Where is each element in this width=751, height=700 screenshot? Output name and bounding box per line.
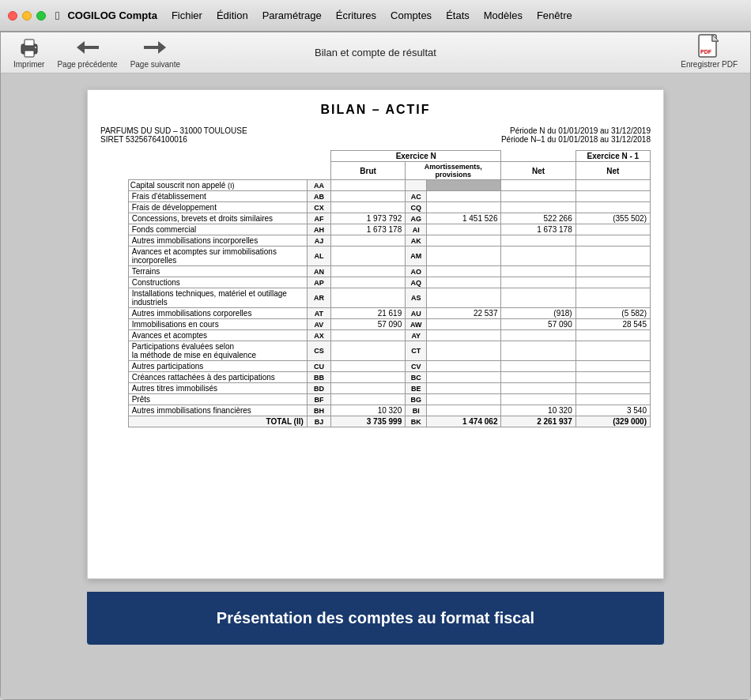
- svg-marker-4: [77, 41, 85, 54]
- row-code2-7: AO: [406, 266, 427, 277]
- row-net-4: 1 673 178: [501, 224, 576, 235]
- svg-rect-1: [25, 40, 34, 46]
- row-amort-2: [427, 202, 501, 213]
- row-net-1: [501, 191, 576, 202]
- toolbar-title: Bilan et compte de résultat: [315, 47, 436, 58]
- row-label-10: Autres immobilisations corporelles: [128, 308, 307, 319]
- total-row: TOTAL (II) BJ 3 735 999 BK 1 474 062 2 2…: [100, 416, 651, 427]
- row-net1-4: [576, 224, 650, 235]
- row-code2-2: CQ: [406, 202, 427, 213]
- print-button[interactable]: Imprimer: [13, 36, 44, 69]
- menu-edition[interactable]: Édition: [210, 8, 255, 23]
- row-code1-0: AA: [307, 180, 330, 191]
- menu-modeles[interactable]: Modèles: [477, 8, 529, 23]
- row-amort-16: [427, 383, 501, 394]
- row-net-3: 522 266: [501, 213, 576, 224]
- maximize-button[interactable]: [36, 11, 46, 21]
- row-code2-5: AK: [406, 235, 427, 247]
- row-label-17: Prêts: [128, 394, 307, 405]
- row-code1-2: CX: [307, 202, 330, 213]
- row-label-1: Frais d'établissement: [128, 191, 307, 202]
- prev-page-label: Page précédente: [57, 60, 117, 69]
- row-label-16: Autres titres immobilisés: [128, 383, 307, 394]
- row-amort-4: [427, 224, 501, 235]
- net1-header: Net: [576, 162, 650, 180]
- menu-fichier[interactable]: Fichier: [165, 8, 209, 23]
- main-window: Bilan et compte de résultat Imprimer: [0, 32, 751, 700]
- row-label-13: Participations évaluées selonla méthode …: [128, 341, 307, 361]
- row-label-12: Avances et acomptes: [128, 330, 307, 341]
- row-code2-3: AG: [406, 213, 427, 224]
- total-code1: BJ: [307, 416, 330, 427]
- menu-parametrage[interactable]: Paramétrage: [256, 8, 328, 23]
- menu-comptes[interactable]: Comptes: [384, 8, 438, 23]
- save-pdf-label: Enregistrer PDF: [681, 60, 738, 69]
- table-row: Terrains AN AO: [100, 266, 651, 277]
- prev-page-button[interactable]: Page précédente: [57, 36, 117, 69]
- table-row: Prêts BF BG: [100, 394, 651, 405]
- svg-marker-6: [158, 41, 166, 54]
- row-net-18: 10 320: [501, 405, 576, 416]
- row-brut-8: [330, 277, 405, 288]
- row-net1-5: [576, 235, 650, 247]
- row-amort-8: [427, 277, 501, 288]
- minimize-button[interactable]: [22, 11, 32, 21]
- row-amort-14: [427, 361, 501, 372]
- table-header-row: Exercice N Exercice N - 1: [100, 151, 651, 162]
- pdf-icon: PDF: [696, 36, 722, 58]
- row-amort-9: [427, 288, 501, 308]
- row-code2-0: [406, 180, 427, 191]
- row-net1-3: (355 502): [576, 213, 650, 224]
- row-label-4: Fonds commercial: [128, 224, 307, 235]
- save-pdf-button[interactable]: PDF Enregistrer PDF: [681, 36, 738, 69]
- row-net-17: [501, 394, 576, 405]
- row-label-8: Constructions: [128, 277, 307, 288]
- period-n: Période N du 01/01/2019 au 31/12/2019: [501, 126, 651, 135]
- close-button[interactable]: [8, 11, 17, 21]
- row-amort-1: [427, 191, 501, 202]
- row-code2-10: AU: [406, 308, 427, 319]
- row-net1-2: [576, 202, 650, 213]
- row-label-5: Autres immobilisations incorporelles: [128, 235, 307, 247]
- row-code2-13: CT: [406, 341, 427, 361]
- row-code2-8: AQ: [406, 277, 427, 288]
- row-code2-12: AY: [406, 330, 427, 341]
- row-brut-18: 10 320: [330, 405, 405, 416]
- row-code2-18: BI: [406, 405, 427, 416]
- row-brut-7: [330, 266, 405, 277]
- traffic-lights: [8, 11, 46, 21]
- bottom-banner: Présentation des comptes au format fisca…: [87, 592, 664, 645]
- row-net1-8: [576, 277, 650, 288]
- row-code2-15: BC: [406, 372, 427, 383]
- row-amort-15: [427, 372, 501, 383]
- row-net-16: [501, 383, 576, 394]
- row-net1-17: [576, 394, 650, 405]
- app-name: COGILOG Compta: [67, 9, 157, 21]
- row-label-0: Capital souscrit non appelé (I): [128, 180, 307, 191]
- row-code1-1: AB: [307, 191, 330, 202]
- row-net1-9: [576, 288, 650, 308]
- apple-logo[interactable]: : [55, 9, 59, 22]
- total-code2: BK: [406, 416, 427, 427]
- row-code1-12: AX: [307, 330, 330, 341]
- row-net-0: [501, 180, 576, 191]
- row-label-11: Immobilisations en cours: [128, 319, 307, 330]
- svg-text:PDF: PDF: [700, 49, 712, 55]
- doc-header-right: Période N du 01/01/2019 au 31/12/2019 Pé…: [501, 126, 651, 144]
- table-row: Immobilisations en cours AV 57 090 AW 57…: [100, 319, 651, 330]
- menu-ecritures[interactable]: Écritures: [330, 8, 383, 23]
- row-code2-4: AI: [406, 224, 427, 235]
- row-net-10: (918): [501, 308, 576, 319]
- table-row: Capital souscrit non appelé (I) AA: [100, 180, 651, 191]
- document: BILAN – ACTIF PARFUMS DU SUD – 31000 TOU…: [87, 89, 664, 579]
- menu-etats[interactable]: États: [440, 8, 476, 23]
- row-brut-4: 1 673 178: [330, 224, 405, 235]
- row-code1-9: AR: [307, 288, 330, 308]
- menu-fenetre[interactable]: Fenêtre: [530, 8, 579, 23]
- row-code1-11: AV: [307, 319, 330, 330]
- row-net1-11: 28 545: [576, 319, 650, 330]
- row-net-5: [501, 235, 576, 247]
- row-amort-6: [427, 247, 501, 266]
- next-page-button[interactable]: Page suivante: [130, 36, 180, 69]
- table-row: Autres participations CU CV: [100, 361, 651, 372]
